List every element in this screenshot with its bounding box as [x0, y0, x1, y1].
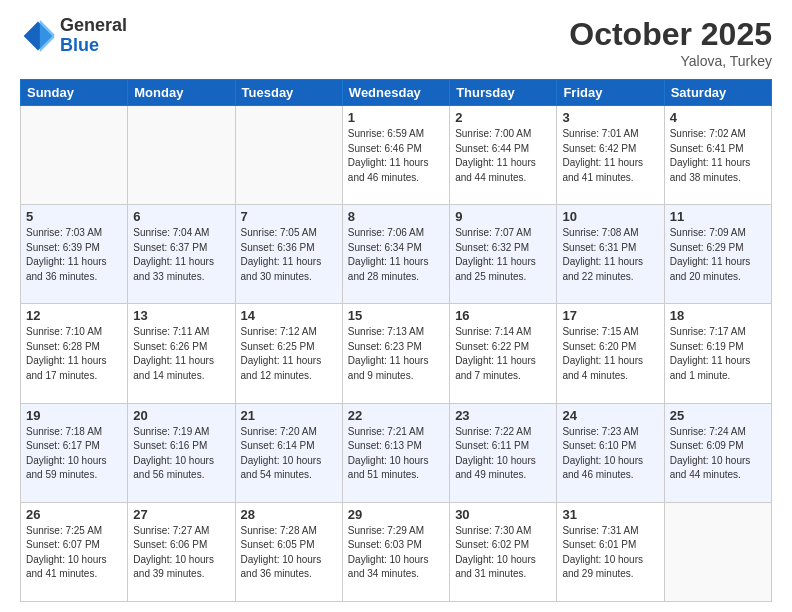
day-number: 7 [241, 209, 337, 224]
day-number: 24 [562, 408, 658, 423]
calendar-cell: 7Sunrise: 7:05 AM Sunset: 6:36 PM Daylig… [235, 205, 342, 304]
logo: General Blue [20, 16, 127, 56]
day-number: 17 [562, 308, 658, 323]
day-info: Sunrise: 7:11 AM Sunset: 6:26 PM Dayligh… [133, 325, 229, 383]
title-block: October 2025 Yalova, Turkey [569, 16, 772, 69]
day-info: Sunrise: 7:09 AM Sunset: 6:29 PM Dayligh… [670, 226, 766, 284]
day-number: 16 [455, 308, 551, 323]
day-number: 29 [348, 507, 444, 522]
day-number: 25 [670, 408, 766, 423]
day-number: 20 [133, 408, 229, 423]
day-number: 6 [133, 209, 229, 224]
calendar-cell: 11Sunrise: 7:09 AM Sunset: 6:29 PM Dayli… [664, 205, 771, 304]
calendar-week-3: 19Sunrise: 7:18 AM Sunset: 6:17 PM Dayli… [21, 403, 772, 502]
day-number: 3 [562, 110, 658, 125]
calendar-cell [21, 106, 128, 205]
day-number: 18 [670, 308, 766, 323]
day-info: Sunrise: 7:27 AM Sunset: 6:06 PM Dayligh… [133, 524, 229, 582]
day-info: Sunrise: 7:10 AM Sunset: 6:28 PM Dayligh… [26, 325, 122, 383]
day-info: Sunrise: 7:25 AM Sunset: 6:07 PM Dayligh… [26, 524, 122, 582]
day-info: Sunrise: 7:12 AM Sunset: 6:25 PM Dayligh… [241, 325, 337, 383]
logo-blue: Blue [60, 35, 99, 55]
day-number: 22 [348, 408, 444, 423]
calendar-cell: 2Sunrise: 7:00 AM Sunset: 6:44 PM Daylig… [450, 106, 557, 205]
calendar-cell: 24Sunrise: 7:23 AM Sunset: 6:10 PM Dayli… [557, 403, 664, 502]
day-number: 1 [348, 110, 444, 125]
day-info: Sunrise: 7:01 AM Sunset: 6:42 PM Dayligh… [562, 127, 658, 185]
day-number: 26 [26, 507, 122, 522]
calendar-cell: 19Sunrise: 7:18 AM Sunset: 6:17 PM Dayli… [21, 403, 128, 502]
day-info: Sunrise: 7:31 AM Sunset: 6:01 PM Dayligh… [562, 524, 658, 582]
title-location: Yalova, Turkey [569, 53, 772, 69]
calendar-cell: 22Sunrise: 7:21 AM Sunset: 6:13 PM Dayli… [342, 403, 449, 502]
calendar-week-4: 26Sunrise: 7:25 AM Sunset: 6:07 PM Dayli… [21, 502, 772, 601]
day-number: 5 [26, 209, 122, 224]
day-info: Sunrise: 7:04 AM Sunset: 6:37 PM Dayligh… [133, 226, 229, 284]
day-number: 14 [241, 308, 337, 323]
calendar-cell: 30Sunrise: 7:30 AM Sunset: 6:02 PM Dayli… [450, 502, 557, 601]
col-header-friday: Friday [557, 80, 664, 106]
logo-text: General Blue [60, 16, 127, 56]
day-number: 21 [241, 408, 337, 423]
day-info: Sunrise: 7:02 AM Sunset: 6:41 PM Dayligh… [670, 127, 766, 185]
day-info: Sunrise: 7:07 AM Sunset: 6:32 PM Dayligh… [455, 226, 551, 284]
calendar-cell: 25Sunrise: 7:24 AM Sunset: 6:09 PM Dayli… [664, 403, 771, 502]
calendar-cell [235, 106, 342, 205]
day-number: 19 [26, 408, 122, 423]
col-header-wednesday: Wednesday [342, 80, 449, 106]
day-number: 27 [133, 507, 229, 522]
day-info: Sunrise: 7:21 AM Sunset: 6:13 PM Dayligh… [348, 425, 444, 483]
header: General Blue October 2025 Yalova, Turkey [20, 16, 772, 69]
day-info: Sunrise: 6:59 AM Sunset: 6:46 PM Dayligh… [348, 127, 444, 185]
day-info: Sunrise: 7:13 AM Sunset: 6:23 PM Dayligh… [348, 325, 444, 383]
calendar-cell: 12Sunrise: 7:10 AM Sunset: 6:28 PM Dayli… [21, 304, 128, 403]
calendar-week-1: 5Sunrise: 7:03 AM Sunset: 6:39 PM Daylig… [21, 205, 772, 304]
calendar-table: SundayMondayTuesdayWednesdayThursdayFrid… [20, 79, 772, 602]
calendar-cell: 27Sunrise: 7:27 AM Sunset: 6:06 PM Dayli… [128, 502, 235, 601]
calendar-cell: 3Sunrise: 7:01 AM Sunset: 6:42 PM Daylig… [557, 106, 664, 205]
day-number: 13 [133, 308, 229, 323]
calendar-cell: 23Sunrise: 7:22 AM Sunset: 6:11 PM Dayli… [450, 403, 557, 502]
calendar-cell [664, 502, 771, 601]
col-header-saturday: Saturday [664, 80, 771, 106]
day-number: 4 [670, 110, 766, 125]
day-info: Sunrise: 7:05 AM Sunset: 6:36 PM Dayligh… [241, 226, 337, 284]
day-info: Sunrise: 7:29 AM Sunset: 6:03 PM Dayligh… [348, 524, 444, 582]
calendar-cell: 31Sunrise: 7:31 AM Sunset: 6:01 PM Dayli… [557, 502, 664, 601]
calendar-cell: 13Sunrise: 7:11 AM Sunset: 6:26 PM Dayli… [128, 304, 235, 403]
calendar-cell: 26Sunrise: 7:25 AM Sunset: 6:07 PM Dayli… [21, 502, 128, 601]
day-number: 10 [562, 209, 658, 224]
day-number: 9 [455, 209, 551, 224]
calendar-cell: 9Sunrise: 7:07 AM Sunset: 6:32 PM Daylig… [450, 205, 557, 304]
day-number: 15 [348, 308, 444, 323]
calendar-cell: 29Sunrise: 7:29 AM Sunset: 6:03 PM Dayli… [342, 502, 449, 601]
calendar-cell: 28Sunrise: 7:28 AM Sunset: 6:05 PM Dayli… [235, 502, 342, 601]
day-info: Sunrise: 7:22 AM Sunset: 6:11 PM Dayligh… [455, 425, 551, 483]
day-info: Sunrise: 7:30 AM Sunset: 6:02 PM Dayligh… [455, 524, 551, 582]
calendar-cell: 8Sunrise: 7:06 AM Sunset: 6:34 PM Daylig… [342, 205, 449, 304]
day-number: 30 [455, 507, 551, 522]
calendar-header-row: SundayMondayTuesdayWednesdayThursdayFrid… [21, 80, 772, 106]
day-number: 23 [455, 408, 551, 423]
logo-icon [20, 18, 56, 54]
calendar-cell: 4Sunrise: 7:02 AM Sunset: 6:41 PM Daylig… [664, 106, 771, 205]
day-number: 2 [455, 110, 551, 125]
day-info: Sunrise: 7:15 AM Sunset: 6:20 PM Dayligh… [562, 325, 658, 383]
calendar-cell: 16Sunrise: 7:14 AM Sunset: 6:22 PM Dayli… [450, 304, 557, 403]
day-info: Sunrise: 7:14 AM Sunset: 6:22 PM Dayligh… [455, 325, 551, 383]
title-month: October 2025 [569, 16, 772, 53]
day-info: Sunrise: 7:19 AM Sunset: 6:16 PM Dayligh… [133, 425, 229, 483]
day-info: Sunrise: 7:17 AM Sunset: 6:19 PM Dayligh… [670, 325, 766, 383]
svg-marker-1 [40, 20, 54, 52]
calendar-cell: 10Sunrise: 7:08 AM Sunset: 6:31 PM Dayli… [557, 205, 664, 304]
col-header-monday: Monday [128, 80, 235, 106]
col-header-sunday: Sunday [21, 80, 128, 106]
col-header-thursday: Thursday [450, 80, 557, 106]
day-info: Sunrise: 7:08 AM Sunset: 6:31 PM Dayligh… [562, 226, 658, 284]
calendar-cell: 14Sunrise: 7:12 AM Sunset: 6:25 PM Dayli… [235, 304, 342, 403]
calendar-cell: 15Sunrise: 7:13 AM Sunset: 6:23 PM Dayli… [342, 304, 449, 403]
day-info: Sunrise: 7:00 AM Sunset: 6:44 PM Dayligh… [455, 127, 551, 185]
col-header-tuesday: Tuesday [235, 80, 342, 106]
calendar-cell: 21Sunrise: 7:20 AM Sunset: 6:14 PM Dayli… [235, 403, 342, 502]
logo-general: General [60, 15, 127, 35]
